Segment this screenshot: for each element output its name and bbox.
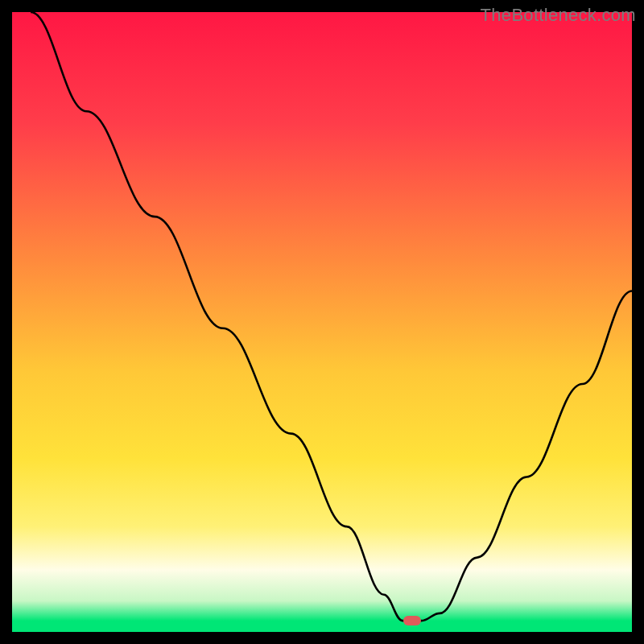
watermark-text: TheBottleneck.com — [481, 5, 636, 26]
curve-overlay — [12, 12, 632, 632]
optimal-marker — [403, 616, 421, 625]
bottleneck-curve-path — [31, 12, 632, 621]
chart-plot-area — [12, 12, 632, 632]
